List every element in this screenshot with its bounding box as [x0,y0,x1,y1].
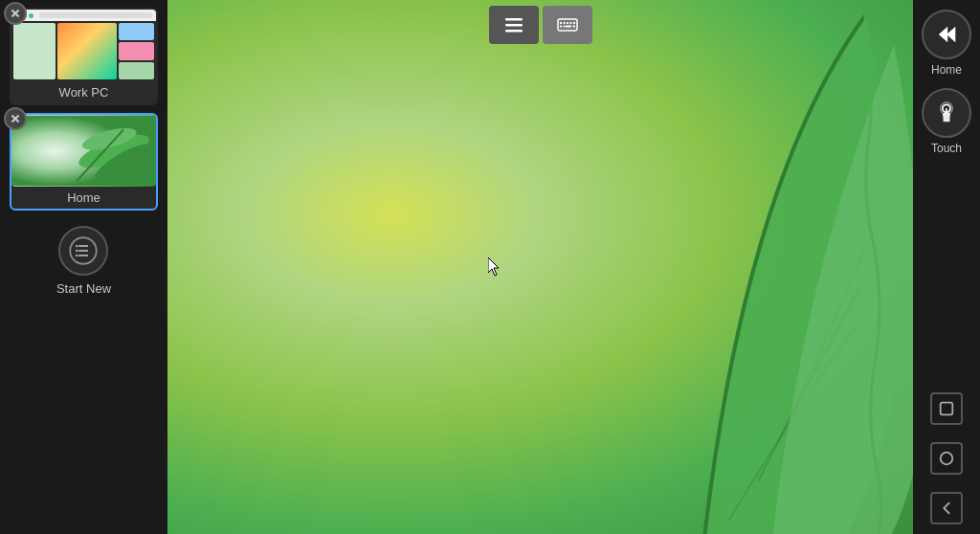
svg-rect-24 [566,26,571,28]
svg-rect-19 [567,22,568,24]
start-new-label: Start New [56,281,111,296]
session-card-workpc[interactable]: Work PC [10,8,158,105]
svg-point-11 [76,255,78,257]
mouse-cursor [488,257,503,277]
menu-button[interactable] [489,6,539,44]
back-icon [938,500,955,517]
square-icon [938,400,955,417]
main-content-area [167,0,913,534]
svg-marker-12 [488,257,499,276]
svg-rect-16 [558,19,577,31]
menu-icon [502,13,525,36]
left-sidebar: Work PC Home [0,0,167,534]
keyboard-button[interactable] [543,6,592,44]
home-button-label: Home [931,63,962,77]
touch-control-button[interactable]: Touch [922,88,971,155]
svg-rect-20 [569,22,571,24]
svg-rect-15 [505,30,523,33]
close-home-button[interactable] [4,107,27,130]
svg-rect-13 [505,18,523,21]
svg-rect-21 [573,22,575,24]
back-nav-button[interactable] [930,492,963,524]
workpc-thumbnail [11,10,156,81]
right-sidebar: Home Touch [913,0,980,534]
home-thumbnail [11,115,156,187]
svg-point-10 [76,250,78,253]
touch-button-label: Touch [931,142,962,155]
wallpaper [167,0,913,534]
workpc-label: Work PC [11,81,156,103]
svg-rect-18 [563,22,565,24]
svg-point-9 [76,245,78,248]
touch-button-icon [922,88,971,138]
square-nav-button[interactable] [930,392,963,425]
circle-icon [938,450,955,467]
touch-icon [933,100,960,126]
close-workpc-button[interactable] [4,2,27,25]
top-toolbar [483,0,598,50]
nav-buttons [930,392,963,524]
svg-rect-29 [941,403,953,415]
svg-rect-22 [560,26,562,28]
svg-point-30 [941,453,953,465]
svg-rect-23 [563,26,565,28]
session-card-home[interactable]: Home [10,113,158,211]
fast-forward-icon [933,21,960,48]
start-new-icon [58,226,108,276]
keyboard-icon [556,13,579,36]
right-controls: Home Touch [922,10,971,155]
start-new-button[interactable]: Start New [56,226,111,296]
circle-nav-button[interactable] [930,442,963,475]
svg-rect-25 [572,26,575,28]
svg-rect-17 [560,22,562,24]
home-control-button[interactable]: Home [922,10,971,77]
svg-rect-14 [505,24,523,27]
home-label: Home [11,187,156,209]
home-button-icon [922,10,971,59]
